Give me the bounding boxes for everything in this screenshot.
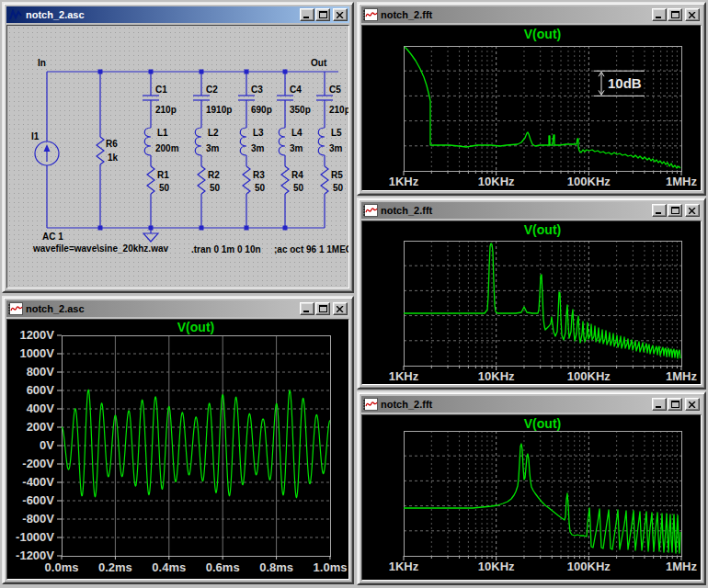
- waveform-plot-area[interactable]: 1200V1000V800V600V400V200V0V-200V-400V-6…: [6, 319, 349, 580]
- schematic-app-icon-glyph: [9, 9, 22, 21]
- x-tick-label: 1KHz: [389, 175, 419, 188]
- close-button[interactable]: [685, 398, 700, 411]
- y-tick-label: 600V: [27, 383, 55, 397]
- component-value: 210p: [155, 105, 177, 115]
- plot-app-icon[interactable]: [8, 302, 23, 315]
- titlebar-schematic[interactable]: notch_2.asc: [6, 6, 349, 23]
- waveform-trace: [62, 390, 330, 497]
- component-name: R5: [331, 170, 343, 180]
- x-tick-label: 0.2ms: [98, 560, 132, 574]
- plot-app-icon[interactable]: [363, 204, 378, 217]
- maximize-icon: [319, 11, 327, 18]
- component-value: 1k: [108, 153, 119, 163]
- resistor-symbol: [321, 166, 328, 194]
- minimize-icon: [656, 401, 663, 408]
- maximize-button[interactable]: [315, 302, 330, 315]
- plot-app-icon[interactable]: [363, 8, 378, 21]
- schematic-canvas[interactable]: InOutI1AC 1wavefile=wave\sine_20khz.wavR…: [6, 25, 349, 288]
- fft-plot-area-3[interactable]: 1KHz10KHz100KHz1MHzV(out): [361, 414, 702, 581]
- window-schematic: notch_2.asc InOutI1AC 1wavefile=wave\sin…: [2, 2, 354, 293]
- plot-app-icon-glyph: [363, 398, 378, 411]
- titlebar-waveform[interactable]: notch_2.asc: [6, 300, 349, 317]
- maximize-button[interactable]: [668, 204, 682, 217]
- fft-plot-area-1[interactable]: 1KHz10KHz100KHz1MHzV(out)10dB: [361, 25, 702, 191]
- window-fft-2: notch_2.fft 1KHz10KHz100KHz1MHzV(out): [357, 198, 706, 390]
- component-value: 3m: [329, 143, 343, 153]
- close-icon: [689, 12, 696, 18]
- close-button[interactable]: [333, 8, 348, 21]
- plot-app-icon[interactable]: [363, 398, 378, 411]
- spice-directive-ac: ;ac oct 96 1 1MEG: [274, 244, 348, 254]
- x-tick-label: 10KHz: [478, 175, 515, 188]
- resistor-symbol: [147, 166, 154, 194]
- x-tick-label: 0.6ms: [206, 560, 240, 574]
- component-value: 50: [333, 183, 344, 193]
- window-controls: [651, 204, 700, 217]
- x-tick-label: 10KHz: [478, 369, 515, 383]
- close-button[interactable]: [333, 302, 348, 315]
- component-value: 50: [293, 183, 304, 193]
- component-name: C4: [290, 85, 302, 95]
- component-value: 200m: [155, 143, 179, 153]
- spice-directive-tran: .tran 0 1m 0 10n: [191, 244, 261, 254]
- maximize-icon: [319, 305, 327, 312]
- component-name: L3: [253, 128, 264, 138]
- component-name: L5: [331, 128, 342, 138]
- component-name: R1: [157, 170, 169, 180]
- close-button[interactable]: [685, 8, 700, 21]
- component-value: 50: [210, 183, 221, 193]
- close-icon: [337, 306, 344, 312]
- titlebar-fft-2[interactable]: notch_2.fft: [361, 202, 702, 219]
- window-title: notch_2.fft: [381, 399, 651, 410]
- arrow-up-icon: [44, 144, 51, 152]
- plot-title: V(out): [177, 320, 214, 334]
- component-name: C2: [206, 85, 218, 95]
- minimize-button[interactable]: [652, 204, 667, 217]
- component-value: 1910p: [206, 105, 232, 115]
- resistor-symbol: [281, 166, 289, 194]
- net-label-in: In: [38, 58, 46, 68]
- minimize-button[interactable]: [652, 398, 667, 411]
- inductor-symbol: [144, 128, 151, 155]
- maximize-icon: [671, 11, 679, 18]
- close-button[interactable]: [685, 204, 700, 217]
- y-tick-label: 1200V: [19, 328, 54, 342]
- x-tick-label: 100KHz: [567, 560, 611, 573]
- y-tick-label: -800V: [22, 512, 54, 526]
- component-name: C1: [155, 85, 167, 95]
- window-title: notch_2.fft: [381, 205, 651, 216]
- maximize-button[interactable]: [668, 398, 682, 411]
- component-value: 690p: [251, 105, 272, 115]
- plot-box: [405, 432, 682, 557]
- fft-trace: [405, 47, 680, 168]
- maximize-button[interactable]: [668, 8, 682, 21]
- window-controls: [299, 8, 348, 21]
- resistor-symbol: [243, 166, 250, 194]
- component-value: 50: [255, 183, 266, 193]
- x-tick-label: 0.4ms: [152, 560, 186, 574]
- fft-plot-area-2[interactable]: 1KHz10KHz100KHz1MHzV(out): [361, 220, 702, 385]
- minimize-button[interactable]: [652, 8, 667, 21]
- x-tick-label: 1.0ms: [314, 560, 348, 574]
- close-icon: [689, 208, 696, 214]
- minimize-icon: [656, 208, 663, 214]
- component-name: L1: [157, 128, 168, 138]
- resistor-symbol: [198, 166, 205, 194]
- minimize-button[interactable]: [300, 302, 314, 315]
- y-tick-label: -200V: [22, 457, 54, 470]
- window-controls: [651, 398, 700, 411]
- titlebar-fft-1[interactable]: notch_2.fft: [361, 6, 702, 23]
- window-fft-1: notch_2.fft 1KHz10KHz100KHz1MHzV(out)10d…: [357, 2, 706, 196]
- component-name: C5: [329, 85, 341, 95]
- window-controls: [299, 302, 348, 315]
- window-title: notch_2.asc: [26, 9, 299, 20]
- schematic-app-icon[interactable]: [8, 8, 23, 21]
- maximize-button[interactable]: [315, 8, 330, 21]
- maximize-icon: [671, 401, 679, 408]
- component-name: R6: [106, 139, 118, 149]
- titlebar-fft-3[interactable]: notch_2.fft: [361, 396, 702, 413]
- component-value: 3m: [251, 143, 265, 153]
- minimize-button[interactable]: [300, 8, 314, 21]
- x-tick-label: 1MHz: [666, 369, 697, 383]
- wavefile-text: wavefile=wave\sine_20khz.wav: [32, 243, 168, 254]
